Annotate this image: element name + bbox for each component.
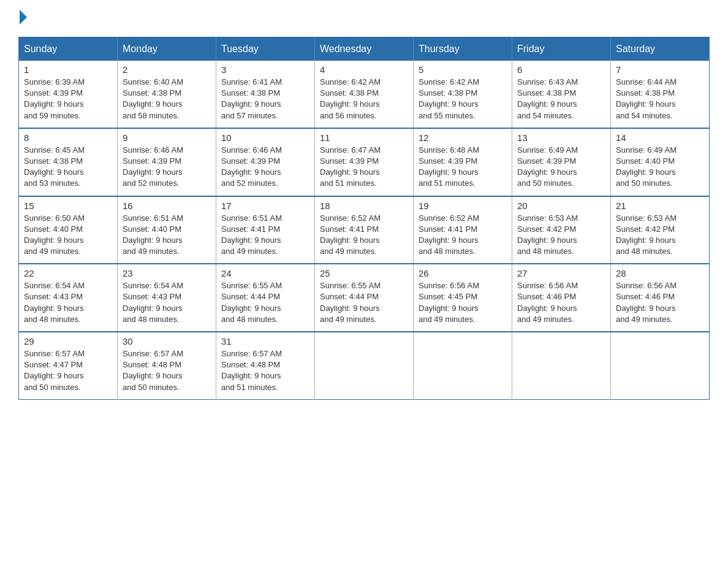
- day-info: Sunrise: 6:46 AMSunset: 4:39 PMDaylight:…: [221, 145, 309, 190]
- calendar-cell: 31 Sunrise: 6:57 AMSunset: 4:48 PMDaylig…: [216, 332, 315, 399]
- calendar-cell: 11 Sunrise: 6:47 AMSunset: 4:39 PMDaylig…: [315, 128, 414, 196]
- day-info: Sunrise: 6:54 AMSunset: 4:43 PMDaylight:…: [24, 280, 112, 325]
- day-info: Sunrise: 6:57 AMSunset: 4:48 PMDaylight:…: [221, 348, 309, 393]
- calendar-table: SundayMondayTuesdayWednesdayThursdayFrid…: [18, 37, 710, 400]
- day-number: 28: [616, 268, 704, 278]
- calendar-cell: 18 Sunrise: 6:52 AMSunset: 4:41 PMDaylig…: [315, 196, 414, 264]
- day-number: 24: [221, 268, 309, 278]
- day-info: Sunrise: 6:51 AMSunset: 4:40 PMDaylight:…: [123, 213, 211, 258]
- calendar-header-saturday: Saturday: [611, 37, 710, 61]
- calendar-week-row: 8 Sunrise: 6:45 AMSunset: 4:38 PMDayligh…: [19, 128, 710, 196]
- day-info: Sunrise: 6:47 AMSunset: 4:39 PMDaylight:…: [320, 145, 408, 190]
- day-number: 14: [616, 132, 704, 143]
- day-info: Sunrise: 6:48 AMSunset: 4:39 PMDaylight:…: [419, 145, 507, 190]
- day-number: 30: [123, 336, 211, 347]
- day-info: Sunrise: 6:41 AMSunset: 4:38 PMDaylight:…: [221, 77, 309, 121]
- calendar-header-monday: Monday: [118, 37, 216, 61]
- logo-triangle-icon: [20, 10, 27, 25]
- day-number: 26: [419, 268, 507, 278]
- calendar-cell: 3 Sunrise: 6:41 AMSunset: 4:38 PMDayligh…: [216, 61, 315, 128]
- day-number: 4: [320, 64, 408, 75]
- calendar-header-sunday: Sunday: [19, 37, 118, 61]
- day-number: 2: [123, 64, 211, 75]
- day-info: Sunrise: 6:49 AMSunset: 4:39 PMDaylight:…: [517, 145, 605, 190]
- calendar-cell: 8 Sunrise: 6:45 AMSunset: 4:38 PMDayligh…: [19, 128, 118, 196]
- day-number: 8: [24, 132, 112, 143]
- calendar-cell: 12 Sunrise: 6:48 AMSunset: 4:39 PMDaylig…: [414, 128, 512, 196]
- day-info: Sunrise: 6:45 AMSunset: 4:38 PMDaylight:…: [24, 145, 112, 190]
- calendar-cell: 20 Sunrise: 6:53 AMSunset: 4:42 PMDaylig…: [512, 196, 611, 264]
- calendar-cell: 1 Sunrise: 6:39 AMSunset: 4:39 PMDayligh…: [19, 61, 118, 128]
- calendar-cell: 5 Sunrise: 6:42 AMSunset: 4:38 PMDayligh…: [414, 61, 512, 128]
- day-number: 18: [320, 201, 408, 211]
- calendar-cell: [611, 332, 710, 399]
- day-number: 7: [616, 64, 704, 75]
- calendar-cell: 4 Sunrise: 6:42 AMSunset: 4:38 PMDayligh…: [315, 61, 414, 128]
- day-info: Sunrise: 6:52 AMSunset: 4:41 PMDaylight:…: [320, 213, 408, 258]
- calendar-header-tuesday: Tuesday: [216, 37, 315, 61]
- day-number: 20: [517, 201, 605, 211]
- day-number: 31: [221, 336, 309, 347]
- calendar-week-row: 29 Sunrise: 6:57 AMSunset: 4:47 PMDaylig…: [19, 332, 710, 399]
- calendar-header-thursday: Thursday: [414, 37, 512, 61]
- day-number: 15: [24, 201, 112, 211]
- day-number: 3: [221, 64, 309, 75]
- calendar-cell: 30 Sunrise: 6:57 AMSunset: 4:48 PMDaylig…: [118, 332, 216, 399]
- calendar-cell: 24 Sunrise: 6:55 AMSunset: 4:44 PMDaylig…: [216, 264, 315, 332]
- calendar-cell: [512, 332, 611, 399]
- day-info: Sunrise: 6:52 AMSunset: 4:41 PMDaylight:…: [419, 213, 507, 258]
- day-number: 23: [123, 268, 211, 278]
- day-info: Sunrise: 6:39 AMSunset: 4:39 PMDaylight:…: [24, 77, 112, 121]
- calendar-cell: 21 Sunrise: 6:53 AMSunset: 4:42 PMDaylig…: [611, 196, 710, 264]
- day-info: Sunrise: 6:46 AMSunset: 4:39 PMDaylight:…: [123, 145, 211, 190]
- day-info: Sunrise: 6:44 AMSunset: 4:38 PMDaylight:…: [616, 77, 704, 121]
- day-number: 10: [221, 132, 309, 143]
- calendar-cell: 19 Sunrise: 6:52 AMSunset: 4:41 PMDaylig…: [414, 196, 512, 264]
- page-header: [18, 12, 710, 25]
- calendar-cell: 14 Sunrise: 6:49 AMSunset: 4:40 PMDaylig…: [611, 128, 710, 196]
- calendar-cell: 27 Sunrise: 6:56 AMSunset: 4:46 PMDaylig…: [512, 264, 611, 332]
- calendar-cell: 25 Sunrise: 6:55 AMSunset: 4:44 PMDaylig…: [315, 264, 414, 332]
- day-number: 27: [517, 268, 605, 278]
- calendar-cell: [315, 332, 414, 399]
- calendar-cell: 16 Sunrise: 6:51 AMSunset: 4:40 PMDaylig…: [118, 196, 216, 264]
- calendar-cell: 2 Sunrise: 6:40 AMSunset: 4:38 PMDayligh…: [118, 61, 216, 128]
- calendar-cell: 22 Sunrise: 6:54 AMSunset: 4:43 PMDaylig…: [19, 264, 118, 332]
- day-info: Sunrise: 6:55 AMSunset: 4:44 PMDaylight:…: [221, 280, 309, 325]
- day-info: Sunrise: 6:53 AMSunset: 4:42 PMDaylight:…: [517, 213, 605, 258]
- day-info: Sunrise: 6:57 AMSunset: 4:48 PMDaylight:…: [123, 348, 211, 393]
- day-info: Sunrise: 6:42 AMSunset: 4:38 PMDaylight:…: [320, 77, 408, 121]
- day-number: 21: [616, 201, 704, 211]
- day-number: 25: [320, 268, 408, 278]
- calendar-header-friday: Friday: [512, 37, 611, 61]
- day-number: 29: [24, 336, 112, 347]
- calendar-week-row: 22 Sunrise: 6:54 AMSunset: 4:43 PMDaylig…: [19, 264, 710, 332]
- day-info: Sunrise: 6:56 AMSunset: 4:46 PMDaylight:…: [616, 280, 704, 325]
- day-info: Sunrise: 6:54 AMSunset: 4:43 PMDaylight:…: [123, 280, 211, 325]
- day-info: Sunrise: 6:56 AMSunset: 4:46 PMDaylight:…: [517, 280, 605, 325]
- day-info: Sunrise: 6:50 AMSunset: 4:40 PMDaylight:…: [24, 213, 112, 258]
- calendar-cell: 6 Sunrise: 6:43 AMSunset: 4:38 PMDayligh…: [512, 61, 611, 128]
- calendar-cell: 17 Sunrise: 6:51 AMSunset: 4:41 PMDaylig…: [216, 196, 315, 264]
- day-number: 12: [419, 132, 507, 143]
- calendar-cell: 28 Sunrise: 6:56 AMSunset: 4:46 PMDaylig…: [611, 264, 710, 332]
- calendar-cell: 15 Sunrise: 6:50 AMSunset: 4:40 PMDaylig…: [19, 196, 118, 264]
- calendar-cell: 26 Sunrise: 6:56 AMSunset: 4:45 PMDaylig…: [414, 264, 512, 332]
- calendar-cell: 23 Sunrise: 6:54 AMSunset: 4:43 PMDaylig…: [118, 264, 216, 332]
- day-number: 5: [419, 64, 507, 75]
- day-info: Sunrise: 6:56 AMSunset: 4:45 PMDaylight:…: [419, 280, 507, 325]
- calendar-week-row: 1 Sunrise: 6:39 AMSunset: 4:39 PMDayligh…: [19, 61, 710, 128]
- day-info: Sunrise: 6:42 AMSunset: 4:38 PMDaylight:…: [419, 77, 507, 121]
- day-info: Sunrise: 6:53 AMSunset: 4:42 PMDaylight:…: [616, 213, 704, 258]
- calendar-cell: 9 Sunrise: 6:46 AMSunset: 4:39 PMDayligh…: [118, 128, 216, 196]
- day-number: 9: [123, 132, 211, 143]
- calendar-cell: 13 Sunrise: 6:49 AMSunset: 4:39 PMDaylig…: [512, 128, 611, 196]
- day-info: Sunrise: 6:55 AMSunset: 4:44 PMDaylight:…: [320, 280, 408, 325]
- day-number: 16: [123, 201, 211, 211]
- calendar-week-row: 15 Sunrise: 6:50 AMSunset: 4:40 PMDaylig…: [19, 196, 710, 264]
- calendar-cell: 7 Sunrise: 6:44 AMSunset: 4:38 PMDayligh…: [611, 61, 710, 128]
- day-number: 1: [24, 64, 112, 75]
- day-number: 22: [24, 268, 112, 278]
- calendar-header-row: SundayMondayTuesdayWednesdayThursdayFrid…: [19, 37, 710, 61]
- day-info: Sunrise: 6:57 AMSunset: 4:47 PMDaylight:…: [24, 348, 112, 393]
